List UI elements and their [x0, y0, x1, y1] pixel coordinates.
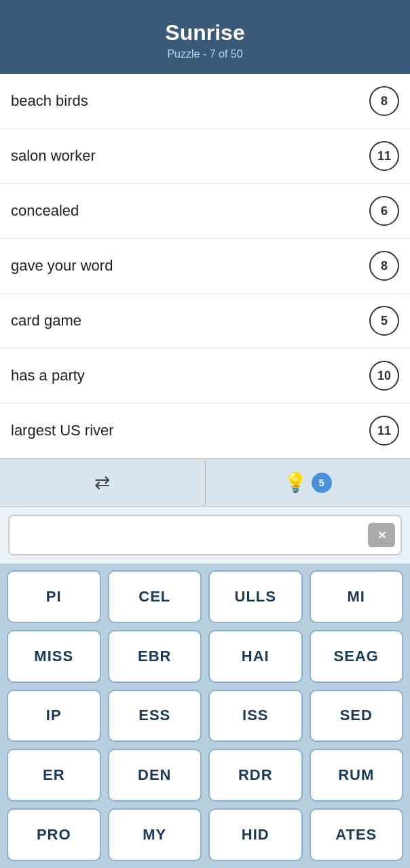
clue-text: largest US river — [11, 422, 114, 439]
hint-count: 5 — [312, 473, 332, 493]
clue-count: 11 — [369, 416, 399, 446]
clue-text: has a party — [11, 367, 85, 384]
clue-text: salon worker — [11, 147, 96, 165]
key-button[interactable]: PRO — [7, 808, 101, 861]
clue-text: concealed — [11, 202, 79, 220]
answer-input[interactable] — [8, 515, 402, 555]
clue-text: card game — [11, 312, 81, 330]
key-button[interactable]: ESS — [108, 690, 202, 743]
clue-row: concealed6 — [0, 184, 410, 239]
clue-row: largest US river11 — [0, 403, 410, 458]
key-button[interactable]: MI — [310, 570, 404, 623]
clue-count: 5 — [369, 306, 399, 336]
delete-icon: ✕ — [377, 529, 386, 542]
key-button[interactable]: RDR — [208, 749, 303, 802]
input-area: ✕ — [0, 507, 410, 564]
shuffle-button[interactable]: ⇄ — [0, 459, 206, 506]
action-bar: ⇄ 💡 5 — [0, 458, 410, 507]
key-button[interactable]: HAI — [208, 630, 303, 683]
clue-count: 8 — [369, 86, 399, 116]
key-button[interactable]: SED — [310, 690, 404, 743]
shuffle-icon: ⇄ — [94, 471, 110, 494]
keyboard-grid: PICELULLSMIMISSEBRHAISEAGIPESSISSSEDERDE… — [0, 564, 410, 868]
clue-text: beach birds — [11, 92, 88, 110]
page-title: Sunrise — [14, 20, 396, 45]
delete-button[interactable]: ✕ — [368, 523, 395, 547]
clue-count: 10 — [369, 361, 399, 391]
header: Sunrise Puzzle - 7 of 50 — [0, 0, 410, 74]
clues-list: beach birds8salon worker11concealed6gave… — [0, 74, 410, 458]
key-button[interactable]: ISS — [208, 690, 303, 743]
hint-area: 💡 5 — [284, 471, 332, 494]
answer-input-container: ✕ — [8, 515, 402, 555]
clue-count: 6 — [369, 196, 399, 226]
key-button[interactable]: ER — [7, 749, 101, 802]
key-button[interactable]: EBR — [108, 630, 202, 683]
key-button[interactable]: MY — [108, 808, 202, 861]
key-button[interactable]: RUM — [310, 749, 404, 802]
hint-button[interactable]: 💡 5 — [206, 459, 411, 506]
key-button[interactable]: ULLS — [208, 570, 303, 623]
clue-row: gave your word8 — [0, 239, 410, 294]
key-button[interactable]: IP — [7, 690, 101, 743]
key-button[interactable]: ATES — [310, 808, 404, 861]
key-button[interactable]: MISS — [7, 630, 101, 683]
clue-row: beach birds8 — [0, 74, 410, 129]
clue-row: card game5 — [0, 294, 410, 349]
key-button[interactable]: SEAG — [310, 630, 404, 683]
puzzle-subtitle: Puzzle - 7 of 50 — [14, 48, 396, 60]
clue-count: 11 — [369, 141, 399, 171]
clue-count: 8 — [369, 251, 399, 281]
key-button[interactable]: DEN — [108, 749, 202, 802]
clue-row: salon worker11 — [0, 129, 410, 184]
clue-row: has a party10 — [0, 349, 410, 403]
key-button[interactable]: HID — [208, 808, 303, 861]
key-button[interactable]: PI — [7, 570, 101, 623]
key-button[interactable]: CEL — [108, 570, 202, 623]
bulb-icon: 💡 — [284, 471, 308, 494]
clue-text: gave your word — [11, 257, 113, 275]
